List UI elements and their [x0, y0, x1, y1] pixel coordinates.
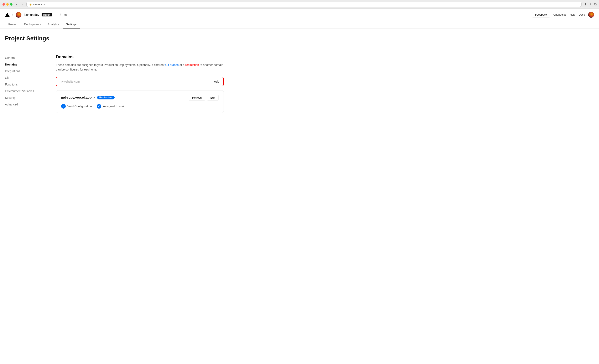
breadcrumb-separator: /: [12, 12, 13, 17]
url-text: vercel.com: [33, 3, 46, 6]
avatar-image: [16, 12, 21, 18]
tab-project[interactable]: Project: [5, 21, 21, 28]
browser-action-buttons: ⬆ ＋ ⧉: [584, 2, 597, 7]
assigned-check-icon: ✓: [97, 104, 101, 109]
refresh-button[interactable]: Refresh: [189, 95, 205, 101]
tab-analytics[interactable]: Analytics: [44, 21, 63, 28]
settings-layout: General Domains Integrations Git Functio…: [0, 48, 229, 120]
description-text-1: These domains are assigned to your Produ…: [56, 63, 165, 67]
domain-name-text: md-ruby.vercel.app: [61, 96, 91, 99]
traffic-lights: [2, 3, 12, 6]
page-title-section: Project Settings: [0, 28, 599, 48]
browser-chrome: ‹ › 🔒 vercel.com ⬆ ＋ ⧉: [0, 0, 599, 9]
domain-input[interactable]: [56, 77, 210, 86]
add-domain-button[interactable]: Add: [210, 77, 223, 86]
valid-config-check-icon: ✓: [61, 104, 66, 109]
forward-button[interactable]: ›: [20, 2, 24, 7]
sidebar-item-integrations[interactable]: Integrations: [5, 68, 46, 74]
help-link[interactable]: Help: [570, 13, 575, 16]
sidebar-item-functions[interactable]: Functions: [5, 81, 46, 88]
edit-button[interactable]: Edit: [207, 95, 219, 101]
vercel-triangle-icon: [5, 13, 9, 17]
redirection-link[interactable]: redirection: [185, 63, 199, 67]
sidebar-item-domains[interactable]: Domains: [5, 61, 46, 68]
domain-card-header: md-ruby.vercel.app ↗ Production Refresh …: [61, 95, 219, 101]
fullscreen-button[interactable]: [10, 3, 12, 6]
valid-config-status: ✓ Valid Configuration: [61, 104, 92, 109]
browser-navigation: ‹ ›: [15, 2, 24, 7]
account-switcher-button[interactable]: ⌄: [54, 13, 57, 17]
domain-name: md-ruby.vercel.app ↗ Production: [61, 96, 115, 99]
close-button[interactable]: [2, 3, 5, 6]
tab-deployments[interactable]: Deployments: [21, 21, 44, 28]
new-tab-button[interactable]: ＋: [589, 2, 592, 7]
feedback-button[interactable]: Feedback: [532, 12, 550, 18]
page-content: Project Settings General Domains Integra…: [0, 28, 599, 120]
username-label: juemuredev: [24, 13, 39, 17]
docs-link[interactable]: Docs: [579, 13, 585, 16]
external-link-icon[interactable]: ↗: [93, 96, 96, 99]
app-header: / juemuredev Hobby ⌄ / md Feedback Chang…: [0, 9, 599, 28]
avatar-image-small: [588, 12, 594, 18]
settings-main: Domains These domains are assigned to yo…: [51, 48, 224, 120]
production-badge: Production: [97, 96, 115, 99]
valid-config-label: Valid Configuration: [67, 105, 92, 108]
assigned-status: ✓ Assigned to main: [97, 104, 125, 109]
description-text-2: or a: [179, 63, 185, 67]
share-button[interactable]: ⬆: [584, 2, 587, 6]
settings-sidebar: General Domains Integrations Git Functio…: [5, 48, 51, 120]
sidebar-item-advanced[interactable]: Advanced: [5, 101, 46, 108]
domain-status-row: ✓ Valid Configuration ✓ Assigned to main: [61, 104, 219, 109]
domains-description: These domains are assigned to your Produ…: [56, 62, 224, 72]
tab-settings[interactable]: Settings: [63, 21, 80, 28]
address-bar[interactable]: 🔒 vercel.com: [26, 2, 581, 7]
user-avatar-small[interactable]: [588, 12, 594, 18]
assigned-label: Assigned to main: [103, 105, 125, 108]
breadcrumb-separator-2: /: [60, 12, 61, 17]
page-title: Project Settings: [5, 35, 594, 42]
domain-card: md-ruby.vercel.app ↗ Production Refresh …: [56, 90, 224, 113]
sidebar-item-git[interactable]: Git: [5, 74, 46, 81]
domains-section-title: Domains: [56, 54, 224, 59]
vercel-logo[interactable]: [5, 12, 9, 17]
tabs-button[interactable]: ⧉: [594, 2, 597, 6]
domain-input-row: Add: [56, 77, 224, 86]
hobby-badge: Hobby: [42, 13, 52, 17]
sidebar-item-security[interactable]: Security: [5, 94, 46, 101]
back-button[interactable]: ‹: [15, 2, 18, 7]
sidebar-item-env-vars[interactable]: Environment Variables: [5, 88, 46, 94]
lock-icon: 🔒: [29, 3, 32, 6]
header-right-actions: Feedback Changelog Help Docs: [532, 12, 594, 18]
sidebar-item-general[interactable]: General: [5, 54, 46, 61]
user-avatar[interactable]: [16, 12, 21, 18]
nav-tabs: Project Deployments Analytics Settings: [5, 21, 594, 28]
git-branch-link[interactable]: Git branch: [165, 63, 179, 67]
project-name-label: md: [63, 13, 67, 17]
minimize-button[interactable]: [6, 3, 9, 6]
changelog-link[interactable]: Changelog: [554, 13, 567, 16]
domain-card-actions: Refresh Edit: [189, 95, 219, 101]
